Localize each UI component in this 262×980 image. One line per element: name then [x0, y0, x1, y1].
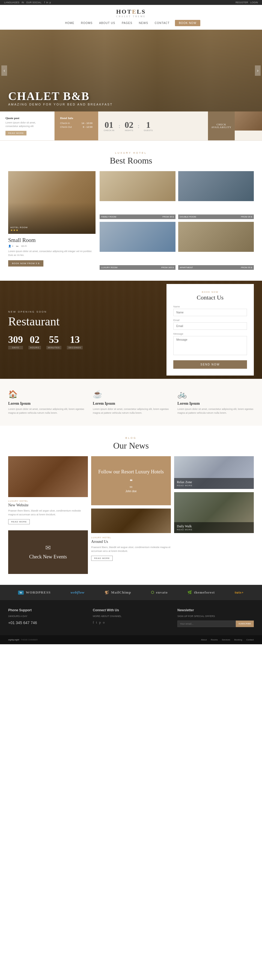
check-events-text: Check New Events [29, 554, 67, 560]
footer-link-booking[interactable]: Booking [235, 638, 242, 641]
nav-contact[interactable]: CONTACT [152, 20, 173, 26]
check-availability-button[interactable]: CHECKAVAILABILITY [208, 111, 235, 140]
send-button[interactable]: SEND NOW [173, 360, 247, 369]
newsletter-subscribe-button[interactable]: SUBSCRIBE [236, 620, 254, 627]
feature-item-1: 🏠 Lorem Ipsum Lorem ipsum dolor sit amet… [8, 390, 85, 415]
relax-title: Relax Zone [177, 480, 251, 484]
social-label: OUR SOCIAL: [26, 1, 42, 4]
nav-about[interactable]: ABOUT US [96, 20, 118, 26]
footer-tw-icon[interactable]: t [96, 620, 97, 625]
name-input[interactable] [173, 309, 247, 316]
checkin-time: 14 - 10:00 [81, 122, 93, 124]
footer-connect-title: Connect With Us [93, 608, 169, 612]
events-icon: ✉ [45, 544, 51, 552]
footer-link-about[interactable]: About [201, 638, 207, 641]
countdown-minutes: 55 MINUTES [46, 334, 61, 349]
footer-newsletter: Newsletter SIGN UP FOR SPECIAL OFFERS SU… [177, 608, 254, 627]
email-input[interactable] [173, 322, 247, 330]
news-category-around: LUXURY HOTEL [91, 536, 171, 539]
room-meta: 👤 4 🛏 Wi-Fi [8, 245, 96, 247]
message-label: Message [173, 332, 247, 335]
news-col-1: LUXURY HOTEL New Website Praeser them li… [8, 456, 88, 574]
footer-connect-sub: MORE ABOUT CHANNEL [93, 614, 169, 618]
book-room-button[interactable]: BOOK NOW FROM 5 $ [8, 260, 43, 267]
main-room-image: HOTEL ROOM ★★★ [8, 171, 96, 234]
hero-subtitle: AMAZING DEMO FOR YOUR BED AND BREAKFAST [8, 103, 113, 106]
footer-link-contact[interactable]: Contact [246, 638, 254, 641]
footer-fb-icon[interactable]: f [93, 620, 94, 625]
relax-read-more[interactable]: READ MORE [177, 484, 251, 487]
quote-read-more-button[interactable]: READ MORE [5, 131, 27, 135]
relax-zone-card: Relax Zone READ MORE [174, 456, 254, 489]
footer-phone-number: +01 345 647 746 [8, 620, 85, 626]
countdown-seconds: 13 SECONDS [67, 334, 83, 349]
mailchimp-icon: 🐒 [104, 590, 109, 594]
logo-subtitle: CHALET THEME [116, 15, 146, 18]
around-read-more[interactable]: READ MORE [91, 556, 113, 561]
footer-yt-icon[interactable]: o [103, 620, 104, 625]
linkedin-icon[interactable]: in [46, 1, 48, 4]
daily-read-more[interactable]: READ MORE [177, 528, 251, 531]
nav-pages[interactable]: PAGES [118, 20, 136, 26]
checkout-label: Check-Out [60, 126, 72, 128]
newsletter-email-input[interactable] [177, 620, 236, 627]
follow-title: Follow our Resort Luxury Hotels [98, 469, 164, 475]
register-link[interactable]: REGISTER [235, 1, 248, 4]
news-card-1-content: LUXURY HOTEL New Website Praeser them li… [8, 497, 88, 527]
seconds-label: SECONDS [67, 346, 83, 349]
restaurant-left: NEW OPENING SOON Restaurant 309 DAYS 02 … [8, 310, 166, 349]
footer-social-icons: f t p o [93, 620, 169, 625]
partner-themeforest: 🌿 themeforest [187, 590, 215, 595]
newsletter-form: SUBSCRIBE [177, 620, 254, 627]
room-thumb-apartment[interactable]: APARTMENT FROM 55 $ [178, 222, 254, 270]
footer-pin-icon[interactable]: p [99, 620, 101, 625]
minutes-label: MINUTES [46, 346, 61, 349]
hero-next-button[interactable]: › [255, 65, 260, 76]
nav-news[interactable]: NEWS [136, 20, 152, 26]
time-separator: : [118, 123, 121, 130]
luxury-room-image [100, 222, 176, 252]
room-thumb-family[interactable]: FAMILY ROOM FROM 35 $ [100, 171, 176, 219]
feature-title-2: Lorem Ipsum [93, 401, 169, 406]
room-thumb-luxury[interactable]: LUXURY ROOM FROM 305 $ [100, 222, 176, 270]
hotel-info: Hotel Info Check-In 14 - 10:00 Check-Out… [54, 111, 98, 140]
hero-title: CHALET B&B [8, 90, 113, 103]
nights-number: 02 [125, 121, 133, 129]
double-room-image [178, 171, 254, 201]
footer-bottom-nav: About Rooms Services Booking Contact [201, 638, 254, 641]
pinterest-icon[interactable]: p [50, 1, 51, 4]
contact-title: Contact Us [173, 294, 247, 301]
footer-link-rooms[interactable]: Rooms [211, 638, 217, 641]
family-room-name: FAMILY ROOM [101, 216, 116, 218]
news-read-more-1[interactable]: READ MORE [8, 519, 30, 524]
news-grid: LUXURY HOTEL New Website Praeser them li… [8, 456, 254, 574]
facebook-icon[interactable]: f [44, 1, 45, 4]
partner-tuts: tuts+ [235, 590, 244, 595]
hero-section: ‹ CHALET B&B AMAZING DEMO FOR YOUR BED A… [0, 30, 262, 111]
double-room-label: DOUBLE ROOM FROM 35 $ [178, 215, 254, 219]
nights-block: 02 NIGHTS [125, 121, 133, 132]
footer-link-services[interactable]: Services [222, 638, 230, 641]
follow-quote-number: 99 [129, 486, 133, 488]
message-input[interactable] [173, 336, 247, 355]
footer-phone: Phone Support 24HOURS A DAY +01 345 647 … [8, 608, 85, 627]
footer-bottom: eighty.eight THEME CHAMBER About Rooms S… [0, 635, 262, 644]
hours-number: 02 [29, 334, 41, 345]
rooms-thumbnails: FAMILY ROOM FROM 35 $ DOUBLE ROOM FROM 3… [100, 171, 254, 270]
family-room-price: FROM 35 $ [162, 216, 174, 218]
nav-home[interactable]: HOME [62, 20, 78, 26]
login-link[interactable]: LOGIN [250, 1, 258, 4]
follow-quote-icon: ❝ [129, 478, 133, 485]
news-title-around: Around Us [91, 539, 171, 544]
book-now-button[interactable]: BOOK NOW [175, 20, 200, 26]
room-thumb-double[interactable]: DOUBLE ROOM FROM 35 $ [178, 171, 254, 219]
features-section: 🏠 Lorem Ipsum Lorem ipsum dolor sit amet… [0, 379, 262, 426]
double-room-price: FROM 35 $ [241, 216, 252, 218]
language-selector[interactable]: LANGUAGES [4, 1, 19, 4]
hero-prev-button[interactable]: ‹ [2, 65, 7, 76]
nav-rooms[interactable]: ROOMS [78, 20, 96, 26]
checkin-day-label: CHECK-IN [104, 129, 114, 132]
logo: HOTELS CHALET THEME [116, 8, 146, 18]
news-card-1-image [8, 456, 88, 497]
check-events-card[interactable]: ✉ Check New Events [8, 530, 88, 574]
